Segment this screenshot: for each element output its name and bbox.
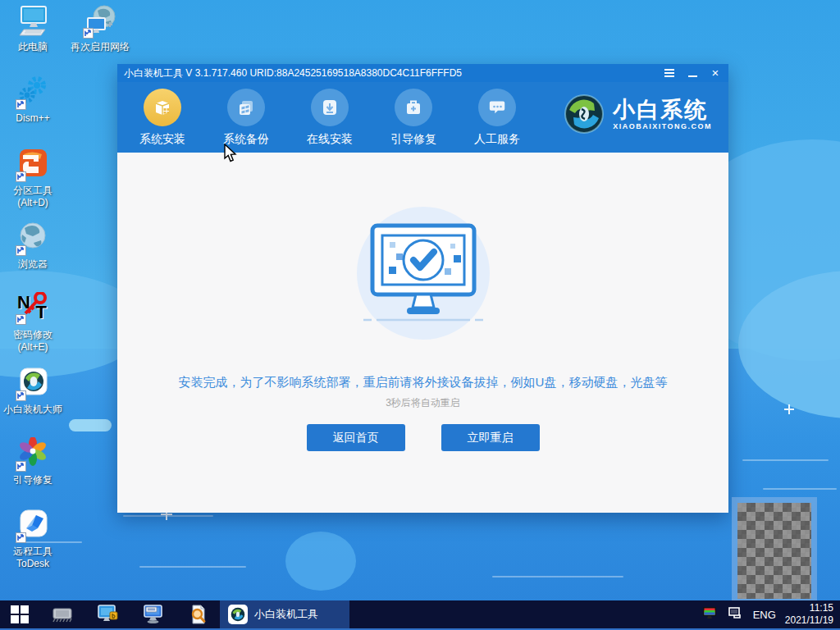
cloud-shape bbox=[69, 419, 112, 431]
desktop-icon-label: 引导修复 bbox=[2, 474, 64, 486]
desktop-icon-label-line2: (Alt+E) bbox=[2, 341, 64, 354]
close-button[interactable]: × bbox=[709, 67, 722, 79]
xiaobai-swirl-icon bbox=[16, 367, 50, 401]
toolbox-icon bbox=[395, 89, 432, 126]
qr-code-blurred bbox=[737, 503, 811, 599]
sea-sparkle bbox=[784, 403, 794, 418]
desktop-icon-browser[interactable]: 浏览器 bbox=[2, 221, 64, 271]
monitor-d-icon bbox=[96, 604, 119, 625]
taskbar-item-display-tool[interactable] bbox=[84, 600, 130, 628]
download-icon bbox=[311, 89, 349, 126]
start-button[interactable] bbox=[0, 600, 39, 628]
nav-tab-label: 引导修复 bbox=[390, 132, 436, 147]
nav-tab-boot-repair[interactable]: 引导修复 bbox=[377, 89, 450, 147]
pinwheel-icon bbox=[16, 437, 50, 472]
shortcut-arrow-icon bbox=[16, 99, 26, 110]
browser-globe-icon bbox=[16, 221, 50, 256]
desktop-icon-todesk[interactable]: 远程工具 ToDesk bbox=[2, 509, 64, 570]
wave-shape bbox=[285, 532, 356, 591]
minimize-icon bbox=[688, 75, 697, 77]
brand-logo[interactable]: 小白系统 XIAOBAIXITONG.COM bbox=[564, 94, 712, 135]
gears-icon bbox=[16, 75, 50, 110]
sea-streak bbox=[492, 576, 623, 578]
taskbar-item-log-viewer[interactable] bbox=[175, 600, 220, 628]
this-pc-icon bbox=[16, 4, 50, 39]
hamburger-icon bbox=[664, 69, 674, 77]
document-magnifier-icon bbox=[187, 604, 208, 625]
desktop-icon-boot-repair[interactable]: 引导修复 bbox=[2, 437, 64, 486]
xiaobai-logo-icon bbox=[564, 94, 605, 135]
brand-subtitle: XIAOBAIXITONG.COM bbox=[613, 122, 712, 130]
return-home-button[interactable]: 返回首页 bbox=[307, 424, 405, 451]
desktop-wallpaper: 此电脑 再次启用网络 bbox=[0, 0, 840, 630]
desktop-icon-this-pc[interactable]: 此电脑 bbox=[2, 4, 64, 53]
desktop-icon-re-enable-network[interactable]: 再次启用网络 bbox=[61, 4, 139, 53]
monitor-check-icon bbox=[362, 221, 485, 326]
desktop-icon-label: Dism++ bbox=[2, 112, 64, 125]
desktop-icon-partition-tool[interactable]: 分区工具 (Alt+D) bbox=[2, 148, 64, 209]
monitor-keyboard-icon bbox=[141, 604, 164, 625]
success-illustration bbox=[357, 207, 490, 340]
shortcut-arrow-icon bbox=[16, 245, 26, 256]
taskbar-active-task[interactable]: 小白装机工具 bbox=[220, 600, 349, 628]
sea-streak bbox=[139, 566, 246, 568]
partition-tool-icon bbox=[16, 148, 50, 182]
tray-network-icon[interactable] bbox=[728, 606, 744, 623]
taskbar-item-osk[interactable] bbox=[130, 600, 175, 628]
desktop-icon-label-line2: (Alt+D) bbox=[2, 197, 64, 209]
completion-message: 安装完成，为了不影响系统部署，重启前请将外接设备拔掉，例如U盘，移动硬盘，光盘等 bbox=[117, 375, 728, 390]
desktop-icon-label: 远程工具 bbox=[2, 546, 64, 558]
active-task-label: 小白装机工具 bbox=[254, 607, 318, 622]
nav-tab-system-backup[interactable]: 系统备份 bbox=[209, 89, 283, 147]
shortcut-arrow-icon bbox=[83, 28, 94, 39]
mouse-cursor bbox=[223, 144, 238, 167]
xiaobai-app-icon bbox=[228, 605, 248, 624]
window-content: 安装完成，为了不影响系统部署，重启前请将外接设备拔掉，例如U盘，移动硬盘，光盘等… bbox=[117, 153, 728, 513]
desktop-icon-label: 浏览器 bbox=[2, 258, 64, 271]
tray-language[interactable]: ENG bbox=[753, 609, 776, 621]
shortcut-arrow-icon bbox=[16, 461, 26, 472]
nav-tab-label: 在线安装 bbox=[307, 132, 353, 147]
sea-streak bbox=[763, 488, 837, 490]
taskbar-item-chip-tool[interactable] bbox=[39, 600, 84, 628]
shortcut-arrow-icon bbox=[16, 532, 26, 543]
nav-tab-customer-service[interactable]: 人工服务 bbox=[460, 89, 534, 147]
xiaobai-tool-window: 小白装机工具 V 3.1.717.460 URID:88A24525169518… bbox=[117, 64, 728, 513]
tray-clock[interactable]: 11:15 2021/11/19 bbox=[785, 602, 833, 627]
nav-tab-online-install[interactable]: 在线安装 bbox=[293, 89, 367, 147]
desktop-icon-xiaobai-master[interactable]: 小白装机大师 bbox=[2, 367, 64, 416]
desktop-icon-label: 再次启用网络 bbox=[61, 41, 139, 53]
taskbar: 小白装机工具 ENG bbox=[0, 600, 840, 630]
backup-copy-icon bbox=[227, 89, 265, 126]
desktop-icon-label: 分区工具 bbox=[2, 185, 64, 197]
window-titlebar[interactable]: 小白装机工具 V 3.1.717.460 URID:88A24525169518… bbox=[117, 64, 728, 82]
minimize-button[interactable] bbox=[686, 67, 699, 79]
tray-date: 2021/11/19 bbox=[785, 614, 833, 626]
tray-display-icon[interactable] bbox=[702, 606, 719, 623]
shortcut-arrow-icon bbox=[16, 390, 26, 401]
windows-logo-icon bbox=[11, 605, 29, 623]
desktop-icon-label-line2: ToDesk bbox=[2, 558, 64, 570]
desktop-icon-dism[interactable]: Dism++ bbox=[2, 75, 64, 125]
window-title: 小白装机工具 V 3.1.717.460 URID:88A24525169518… bbox=[124, 66, 462, 80]
window-nav: 系统安装 系统备份 bbox=[117, 82, 728, 153]
desktop-icon-label: 此电脑 bbox=[2, 41, 64, 53]
shortcut-arrow-icon bbox=[16, 314, 26, 325]
nav-tab-label: 人工服务 bbox=[474, 132, 520, 147]
nav-tab-label: 系统安装 bbox=[139, 132, 185, 147]
install-box-icon bbox=[144, 89, 181, 126]
countdown-text: 3秒后将自动重启 bbox=[117, 396, 728, 410]
nav-tab-system-install[interactable]: 系统安装 bbox=[126, 89, 199, 147]
desktop-icon-label: 小白装机大师 bbox=[2, 404, 64, 416]
desktop-icon-label: 密码修改 bbox=[2, 329, 64, 341]
tray-time: 11:15 bbox=[810, 602, 833, 614]
restart-now-button[interactable]: 立即重启 bbox=[441, 424, 540, 451]
network-globe-icon bbox=[83, 4, 117, 39]
sea-streak bbox=[742, 459, 829, 461]
memory-chip-icon bbox=[51, 604, 74, 625]
password-key-icon: N T bbox=[16, 292, 50, 326]
todesk-icon bbox=[16, 509, 50, 543]
shortcut-arrow-icon bbox=[16, 171, 26, 182]
desktop-icon-password-edit[interactable]: N T 密码修改 (Alt+E) bbox=[2, 292, 64, 354]
menu-button[interactable] bbox=[663, 67, 676, 79]
